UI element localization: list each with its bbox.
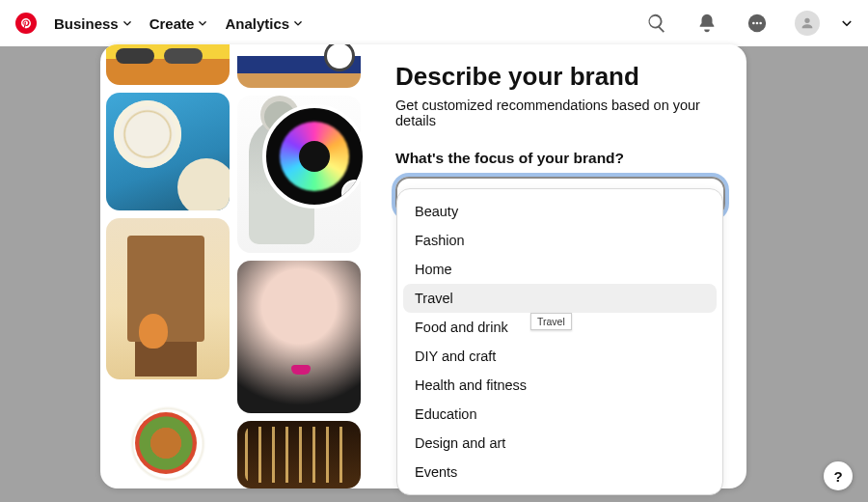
- chevron-down-icon: [198, 18, 207, 28]
- dropdown-option[interactable]: Events: [403, 458, 717, 487]
- chevron-down-icon[interactable]: [841, 17, 853, 29]
- bell-icon: [696, 13, 718, 34]
- pinterest-logo[interactable]: [15, 13, 37, 34]
- collage-pin: [237, 44, 361, 88]
- collage-pin: [237, 421, 361, 488]
- dropdown-option[interactable]: Design and art: [403, 429, 717, 458]
- collage-pin: [106, 93, 230, 211]
- nav-analytics[interactable]: Analytics: [225, 15, 303, 32]
- messages-button[interactable]: [741, 7, 773, 40]
- page-subtitle: Get customized recommendations based on …: [395, 98, 725, 128]
- chevron-down-icon: [293, 18, 303, 28]
- dropdown-option[interactable]: DIY and craft: [403, 342, 717, 371]
- nav-create-label: Create: [149, 15, 195, 32]
- chat-icon: [746, 13, 768, 34]
- nav-analytics-label: Analytics: [225, 15, 289, 32]
- nav-business-label: Business: [54, 15, 119, 32]
- collage-pin: [106, 44, 230, 85]
- nav-business[interactable]: Business: [54, 15, 132, 32]
- collage-pin: [106, 218, 230, 379]
- account-menu[interactable]: [791, 7, 824, 40]
- svg-point-1: [752, 22, 755, 25]
- tooltip: Travel: [530, 313, 572, 330]
- dropdown-option[interactable]: Education: [403, 400, 717, 429]
- dropdown-option[interactable]: Home: [403, 255, 717, 284]
- collage-pin: [106, 387, 230, 488]
- field-label-focus: What's the focus of your brand?: [395, 150, 725, 167]
- notifications-button[interactable]: [691, 7, 723, 40]
- collage-pin: [237, 261, 361, 413]
- dropdown-option[interactable]: Travel: [403, 284, 717, 313]
- pinterest-icon: [20, 17, 32, 29]
- top-nav: Business Create Analytics: [0, 0, 868, 46]
- chevron-down-icon: [122, 18, 132, 28]
- svg-point-2: [756, 22, 759, 25]
- avatar-icon: [795, 11, 820, 36]
- brand-focus-dropdown[interactable]: BeautyFashionHomeTravelFood and drinkDIY…: [396, 188, 723, 495]
- search-button[interactable]: [640, 7, 673, 40]
- profile-avatar[interactable]: [262, 104, 366, 209]
- search-icon: [646, 13, 667, 34]
- nav-create[interactable]: Create: [149, 15, 208, 32]
- dropdown-option[interactable]: Fashion: [403, 226, 717, 255]
- svg-point-3: [759, 22, 762, 25]
- dropdown-option[interactable]: Beauty: [403, 197, 717, 226]
- help-button[interactable]: ?: [824, 461, 853, 490]
- page-title: Describe your brand: [395, 62, 725, 92]
- help-button-label: ?: [833, 468, 842, 485]
- dropdown-option[interactable]: Health and fitness: [403, 371, 717, 400]
